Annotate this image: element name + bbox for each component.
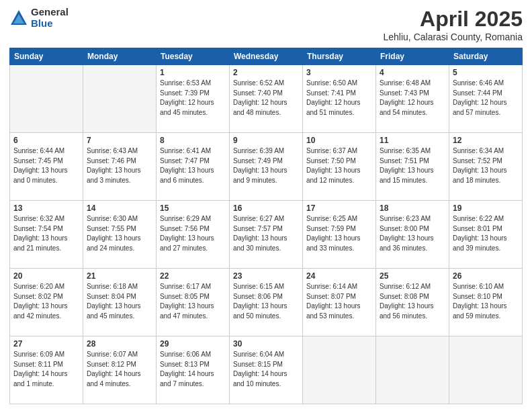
calendar-cell: 18Sunrise: 6:23 AMSunset: 8:00 PMDayligh… — [376, 201, 449, 269]
logo-text: General Blue — [31, 7, 69, 29]
day-info: Sunrise: 6:22 AMSunset: 8:01 PMDaylight:… — [453, 214, 519, 253]
day-info: Sunrise: 6:23 AMSunset: 8:00 PMDaylight:… — [380, 214, 445, 253]
day-number: 26 — [453, 271, 519, 281]
day-number: 25 — [380, 271, 445, 281]
calendar-cell: 20Sunrise: 6:20 AMSunset: 8:02 PMDayligh… — [10, 269, 83, 336]
calendar-cell: 6Sunrise: 6:44 AMSunset: 7:45 PMDaylight… — [10, 133, 83, 201]
calendar-cell: 14Sunrise: 6:30 AMSunset: 7:55 PMDayligh… — [83, 201, 157, 269]
calendar-cell: 2Sunrise: 6:52 AMSunset: 7:40 PMDaylight… — [230, 65, 303, 133]
logo-icon — [9, 9, 28, 28]
calendar-cell: 19Sunrise: 6:22 AMSunset: 8:01 PMDayligh… — [449, 201, 523, 269]
calendar-cell: 8Sunrise: 6:41 AMSunset: 7:47 PMDaylight… — [157, 133, 230, 201]
calendar-cell: 10Sunrise: 6:37 AMSunset: 7:50 PMDayligh… — [303, 133, 376, 201]
week-row-0: 1Sunrise: 6:53 AMSunset: 7:39 PMDaylight… — [10, 65, 523, 133]
day-number: 21 — [87, 271, 152, 281]
col-header-monday: Monday — [83, 48, 157, 65]
day-info: Sunrise: 6:17 AMSunset: 8:05 PMDaylight:… — [160, 282, 226, 321]
day-info: Sunrise: 6:53 AMSunset: 7:39 PMDaylight:… — [160, 79, 226, 118]
day-info: Sunrise: 6:44 AMSunset: 7:45 PMDaylight:… — [13, 146, 79, 185]
calendar-cell: 16Sunrise: 6:27 AMSunset: 7:57 PMDayligh… — [230, 201, 303, 269]
calendar-cell: 28Sunrise: 6:07 AMSunset: 8:12 PMDayligh… — [83, 336, 157, 404]
day-number: 1 — [160, 68, 226, 77]
day-number: 20 — [13, 271, 79, 281]
col-header-sunday: Sunday — [10, 48, 83, 65]
day-number: 17 — [306, 203, 372, 213]
calendar-table: SundayMondayTuesdayWednesdayThursdayFrid… — [9, 48, 523, 404]
day-number: 16 — [233, 203, 299, 213]
day-info: Sunrise: 6:14 AMSunset: 8:07 PMDaylight:… — [306, 282, 372, 321]
calendar-cell: 11Sunrise: 6:35 AMSunset: 7:51 PMDayligh… — [376, 133, 449, 201]
day-info: Sunrise: 6:10 AMSunset: 8:10 PMDaylight:… — [453, 282, 519, 321]
day-number: 13 — [13, 203, 79, 213]
day-info: Sunrise: 6:29 AMSunset: 7:56 PMDaylight:… — [160, 214, 226, 253]
day-info: Sunrise: 6:37 AMSunset: 7:50 PMDaylight:… — [306, 146, 372, 185]
day-number: 10 — [306, 136, 372, 145]
calendar-cell: 22Sunrise: 6:17 AMSunset: 8:05 PMDayligh… — [157, 269, 230, 336]
week-row-4: 27Sunrise: 6:09 AMSunset: 8:11 PMDayligh… — [10, 336, 523, 404]
logo-general: General — [31, 7, 69, 18]
header: General Blue April 2025 Lehliu, Calarasi… — [9, 7, 523, 42]
day-number: 23 — [233, 271, 299, 281]
day-number: 28 — [87, 339, 152, 349]
day-number: 24 — [306, 271, 372, 281]
calendar-cell: 1Sunrise: 6:53 AMSunset: 7:39 PMDaylight… — [157, 65, 230, 133]
week-row-2: 13Sunrise: 6:32 AMSunset: 7:54 PMDayligh… — [10, 201, 523, 269]
day-number: 8 — [160, 136, 226, 145]
logo: General Blue — [9, 7, 69, 29]
week-row-1: 6Sunrise: 6:44 AMSunset: 7:45 PMDaylight… — [10, 133, 523, 201]
day-info: Sunrise: 6:15 AMSunset: 8:06 PMDaylight:… — [233, 282, 299, 321]
calendar-cell: 17Sunrise: 6:25 AMSunset: 7:59 PMDayligh… — [303, 201, 376, 269]
calendar-cell: 29Sunrise: 6:06 AMSunset: 8:13 PMDayligh… — [157, 336, 230, 404]
day-number: 22 — [160, 271, 226, 281]
page: General Blue April 2025 Lehliu, Calarasi… — [0, 0, 532, 411]
calendar-cell: 24Sunrise: 6:14 AMSunset: 8:07 PMDayligh… — [303, 269, 376, 336]
calendar-cell: 30Sunrise: 6:04 AMSunset: 8:15 PMDayligh… — [230, 336, 303, 404]
calendar-cell: 26Sunrise: 6:10 AMSunset: 8:10 PMDayligh… — [449, 269, 523, 336]
header-row: SundayMondayTuesdayWednesdayThursdayFrid… — [10, 48, 523, 65]
calendar-header: SundayMondayTuesdayWednesdayThursdayFrid… — [10, 48, 523, 65]
main-title: April 2025 — [383, 7, 523, 32]
day-info: Sunrise: 6:50 AMSunset: 7:41 PMDaylight:… — [306, 79, 372, 118]
calendar-body: 1Sunrise: 6:53 AMSunset: 7:39 PMDaylight… — [10, 65, 523, 404]
calendar-cell: 27Sunrise: 6:09 AMSunset: 8:11 PMDayligh… — [10, 336, 83, 404]
day-info: Sunrise: 6:07 AMSunset: 8:12 PMDaylight:… — [87, 350, 152, 389]
day-number: 30 — [233, 339, 299, 349]
day-info: Sunrise: 6:41 AMSunset: 7:47 PMDaylight:… — [160, 146, 226, 185]
calendar-cell: 15Sunrise: 6:29 AMSunset: 7:56 PMDayligh… — [157, 201, 230, 269]
week-row-3: 20Sunrise: 6:20 AMSunset: 8:02 PMDayligh… — [10, 269, 523, 336]
calendar-cell: 4Sunrise: 6:48 AMSunset: 7:43 PMDaylight… — [376, 65, 449, 133]
day-number: 11 — [380, 136, 445, 145]
calendar-cell — [10, 65, 83, 133]
calendar-cell: 13Sunrise: 6:32 AMSunset: 7:54 PMDayligh… — [10, 201, 83, 269]
col-header-friday: Friday — [376, 48, 449, 65]
day-info: Sunrise: 6:46 AMSunset: 7:44 PMDaylight:… — [453, 79, 519, 118]
day-info: Sunrise: 6:04 AMSunset: 8:15 PMDaylight:… — [233, 350, 299, 389]
day-info: Sunrise: 6:35 AMSunset: 7:51 PMDaylight:… — [380, 146, 445, 185]
day-info: Sunrise: 6:52 AMSunset: 7:40 PMDaylight:… — [233, 79, 299, 118]
col-header-tuesday: Tuesday — [157, 48, 230, 65]
day-info: Sunrise: 6:20 AMSunset: 8:02 PMDaylight:… — [13, 282, 79, 321]
day-number: 19 — [453, 203, 519, 213]
day-info: Sunrise: 6:43 AMSunset: 7:46 PMDaylight:… — [87, 146, 152, 185]
day-info: Sunrise: 6:30 AMSunset: 7:55 PMDaylight:… — [87, 214, 152, 253]
day-number: 3 — [306, 68, 372, 77]
day-number: 15 — [160, 203, 226, 213]
day-info: Sunrise: 6:18 AMSunset: 8:04 PMDaylight:… — [87, 282, 152, 321]
calendar-cell: 9Sunrise: 6:39 AMSunset: 7:49 PMDaylight… — [230, 133, 303, 201]
day-info: Sunrise: 6:06 AMSunset: 8:13 PMDaylight:… — [160, 350, 226, 389]
day-number: 12 — [453, 136, 519, 145]
calendar-cell — [303, 336, 376, 404]
col-header-thursday: Thursday — [303, 48, 376, 65]
logo-blue: Blue — [31, 18, 69, 30]
day-number: 6 — [13, 136, 79, 145]
day-number: 29 — [160, 339, 226, 349]
day-number: 4 — [380, 68, 445, 77]
day-number: 7 — [87, 136, 152, 145]
day-number: 9 — [233, 136, 299, 145]
day-info: Sunrise: 6:34 AMSunset: 7:52 PMDaylight:… — [453, 146, 519, 185]
subtitle: Lehliu, Calarasi County, Romania — [383, 32, 523, 42]
col-header-wednesday: Wednesday — [230, 48, 303, 65]
day-number: 18 — [380, 203, 445, 213]
day-info: Sunrise: 6:09 AMSunset: 8:11 PMDaylight:… — [13, 350, 79, 389]
day-number: 2 — [233, 68, 299, 77]
